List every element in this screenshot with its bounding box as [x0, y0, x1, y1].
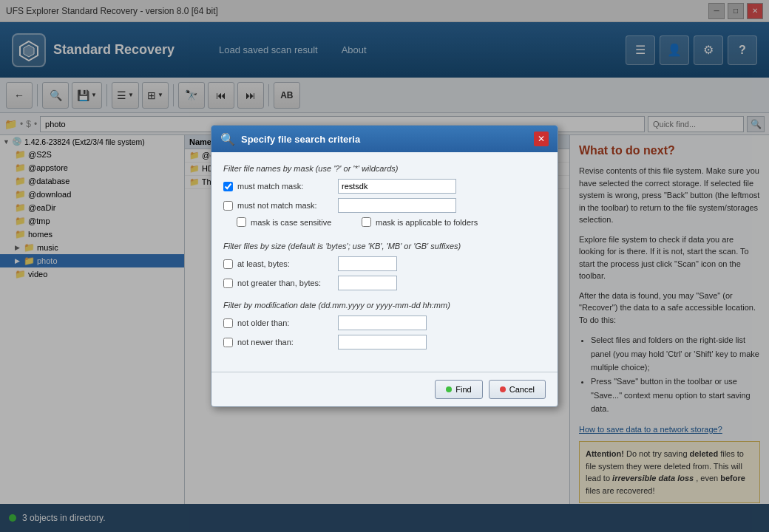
size-filter-label: Filter files by size (default is 'bytes'…	[223, 242, 546, 250]
find-label: Find	[455, 385, 471, 394]
date-filter-section: Filter by modification date (dd.mm.yyyy …	[223, 301, 546, 349]
applicable-folders-label: mask is applicable to folders	[376, 218, 478, 227]
not-greater-row: not greater than, bytes:	[223, 276, 546, 290]
not-newer-label: not newer than:	[237, 338, 333, 347]
at-least-checkbox[interactable]	[223, 259, 233, 269]
applicable-folders-checkbox[interactable]	[362, 217, 371, 227]
case-sensitive-checkbox[interactable]	[237, 217, 246, 227]
modal-header: 🔍 Specify file search criteria ✕	[211, 126, 558, 152]
cancel-label: Cancel	[509, 385, 535, 394]
must-not-match-checkbox[interactable]	[223, 201, 233, 211]
date-filter-label: Filter by modification date (dd.mm.yyyy …	[223, 301, 546, 310]
modal-footer: Find Cancel	[211, 372, 558, 406]
name-filter-section: Filter file names by mask (use '?' or '*…	[223, 164, 546, 231]
not-newer-row: not newer than:	[223, 335, 546, 349]
not-older-input[interactable]	[338, 316, 427, 330]
at-least-row: at least, bytes:	[223, 256, 546, 271]
not-older-row: not older than:	[223, 316, 546, 330]
cancel-button[interactable]: Cancel	[489, 380, 546, 399]
not-greater-label: not greater than, bytes:	[237, 279, 333, 287]
not-older-checkbox[interactable]	[223, 318, 233, 328]
modal-close-button[interactable]: ✕	[534, 132, 549, 146]
case-sensitive-row: mask is case sensitive	[237, 217, 347, 227]
case-sensitive-label: mask is case sensitive	[251, 218, 347, 227]
not-greater-input[interactable]	[338, 276, 397, 290]
find-dot-icon	[446, 386, 452, 392]
modal-body: Filter file names by mask (use '?' or '*…	[211, 152, 558, 372]
must-match-checkbox[interactable]	[223, 182, 233, 191]
modal-title: Specify file search criteria	[241, 134, 528, 145]
size-filter-section: Filter files by size (default is 'bytes'…	[223, 242, 546, 290]
must-not-match-row: must not match mask:	[223, 198, 546, 213]
must-not-match-label: must not match mask:	[237, 201, 333, 210]
file-search-modal: 🔍 Specify file search criteria ✕ Filter …	[211, 125, 558, 407]
at-least-label: at least, bytes:	[237, 259, 333, 268]
must-match-row: must match mask:	[223, 179, 546, 194]
must-not-match-input[interactable]	[338, 198, 456, 213]
cancel-dot-icon	[500, 386, 506, 392]
at-least-input[interactable]	[338, 256, 397, 271]
name-filter-label: Filter file names by mask (use '?' or '*…	[223, 164, 546, 173]
modal-icon: 🔍	[220, 132, 235, 146]
not-newer-input[interactable]	[338, 335, 427, 349]
modal-overlay: 🔍 Specify file search criteria ✕ Filter …	[0, 0, 769, 532]
must-match-label: must match mask:	[237, 182, 333, 191]
must-match-input[interactable]	[338, 179, 456, 194]
applicable-folders-row: mask is applicable to folders	[362, 217, 478, 227]
not-older-label: not older than:	[237, 318, 333, 327]
find-button[interactable]: Find	[435, 380, 482, 399]
mask-options-row: mask is case sensitive mask is applicabl…	[223, 217, 546, 231]
not-greater-checkbox[interactable]	[223, 279, 233, 288]
not-newer-checkbox[interactable]	[223, 338, 233, 347]
